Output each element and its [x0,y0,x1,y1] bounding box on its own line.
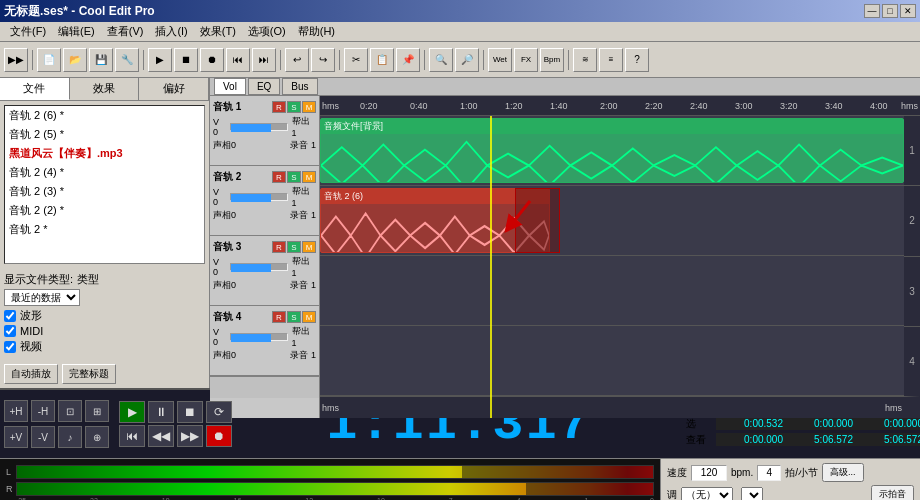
track-3-vol-slider[interactable] [230,263,288,271]
zoom-in-v[interactable]: +V [4,426,28,448]
track-3-r[interactable]: R [272,241,286,253]
svg-line-0 [510,201,530,226]
toolbar-save[interactable]: 💾 [89,48,113,72]
tab-prefs[interactable]: 偏好 [139,78,209,100]
tl-220: 2:20 [645,101,663,111]
menu-help[interactable]: 帮助(H) [292,22,341,41]
track-4-s[interactable]: S [287,311,301,323]
toolbar-copy[interactable]: 📋 [370,48,394,72]
key-mode-select[interactable] [741,487,763,501]
track-3-m[interactable]: M [302,241,316,253]
menu-edit[interactable]: 编辑(E) [52,22,101,41]
adv-button[interactable]: 高级... [822,463,864,482]
menu-options[interactable]: 选项(O) [242,22,292,41]
checkbox-midi[interactable] [4,325,16,337]
toolbar-extra-1[interactable]: ≋ [573,48,597,72]
zoom-out-h[interactable]: -H [31,400,55,422]
lane-3[interactable] [320,256,920,326]
toolbar-help[interactable]: ? [625,48,649,72]
track-4-m[interactable]: M [302,311,316,323]
menu-file[interactable]: 文件(F) [4,22,52,41]
toolbar-zoom-in[interactable]: 🔍 [429,48,453,72]
stop-button[interactable]: ⏹ [177,401,203,423]
lane-4[interactable] [320,326,920,396]
record-button[interactable]: ⏺ [206,425,232,447]
key-select[interactable]: （无） [681,487,733,501]
file-item[interactable]: 音轨 2 (3) * [5,182,204,201]
toolbar-extra-2[interactable]: ≡ [599,48,623,72]
toolbar-btn-1[interactable]: ▶▶ [4,48,28,72]
checkbox-video[interactable] [4,341,16,353]
toolbar-wet[interactable]: Wet [488,48,512,72]
track-1-r[interactable]: R [272,101,286,113]
track-ctrl-2: 音轨 2 R S M V 0 帮出 1 声相0 [210,166,319,236]
to-start-button[interactable]: ⏮ [119,425,145,447]
track-lanes[interactable]: hms 0:20 0:40 1:00 1:20 1:40 2:00 2:20 2… [320,96,920,418]
tab-bus[interactable]: Bus [282,78,317,95]
auto-play-button[interactable]: 自动插放 [4,364,58,384]
toolbar-bpm[interactable]: Bpm [540,48,564,72]
track-2-m[interactable]: M [302,171,316,183]
zoom-out-v[interactable]: -V [31,426,55,448]
tab-files[interactable]: 文件 [0,78,70,100]
lane-1[interactable]: 音频文件[背景] [320,116,920,186]
toolbar-btn-2[interactable]: 🔧 [115,48,139,72]
next-button[interactable]: ▶▶ [177,425,203,447]
file-item[interactable]: 音轨 2 * [5,220,204,239]
maximize-button[interactable]: □ [882,4,898,18]
prev-button[interactable]: ◀◀ [148,425,174,447]
toolbar-play[interactable]: ▶ [148,48,172,72]
full-title-button[interactable]: 完整标题 [62,364,116,384]
toolbar-zoom-out[interactable]: 🔎 [455,48,479,72]
track-1-m[interactable]: M [302,101,316,113]
checkbox-wave[interactable] [4,310,16,322]
close-button[interactable]: ✕ [900,4,916,18]
track-1-send: 帮出 1 [292,115,316,138]
track-4-r[interactable]: R [272,311,286,323]
toolbar-fx[interactable]: FX [514,48,538,72]
file-item[interactable]: 音轨 2 (2) * [5,201,204,220]
zoom-beat[interactable]: ♪ [58,426,82,448]
zoom-zoom[interactable]: ⊕ [85,426,109,448]
zoom-in-h[interactable]: +H [4,400,28,422]
toolbar-rewind[interactable]: ⏮ [226,48,250,72]
toolbar-undo[interactable]: ↩ [285,48,309,72]
file-item[interactable]: 音轨 2 (4) * [5,163,204,182]
menu-effects[interactable]: 效果(T) [194,22,242,41]
lane-1-block[interactable]: 音频文件[背景] [320,118,904,183]
toolbar-record[interactable]: ⏺ [200,48,224,72]
toolbar-redo[interactable]: ↪ [311,48,335,72]
display-beat-button[interactable]: 示拍音 [871,485,914,500]
menu-insert[interactable]: 插入(I) [149,22,193,41]
zoom-fit[interactable]: ⊞ [85,400,109,422]
tab-eq[interactable]: EQ [248,78,280,95]
tab-vol[interactable]: Vol [214,78,246,95]
toolbar-ff[interactable]: ⏭ [252,48,276,72]
beat-input[interactable] [757,465,781,481]
toolbar-cut[interactable]: ✂ [344,48,368,72]
track-3-s[interactable]: S [287,241,301,253]
toolbar-open[interactable]: 📂 [63,48,87,72]
minimize-button[interactable]: — [864,4,880,18]
zoom-sel[interactable]: ⊡ [58,400,82,422]
toolbar-stop[interactable]: ⏹ [174,48,198,72]
tab-effects[interactable]: 效果 [70,78,140,100]
track-1-s[interactable]: S [287,101,301,113]
file-item[interactable]: 音轨 2 (6) * [5,106,204,125]
file-item-special[interactable]: 黑道风云【伴奏】.mp3 [5,144,204,163]
file-type-select[interactable]: 最近的数据 [4,289,80,306]
track-1-vol-slider[interactable] [230,123,288,131]
play-button[interactable]: ▶ [119,401,145,423]
toolbar-new[interactable]: 📄 [37,48,61,72]
toolbar-paste[interactable]: 📌 [396,48,420,72]
track-2-vol-slider[interactable] [230,193,288,201]
track-2-s[interactable]: S [287,171,301,183]
menu-view[interactable]: 查看(V) [101,22,150,41]
file-item[interactable]: 音轨 2 (5) * [5,125,204,144]
loop-button[interactable]: ⟳ [206,401,232,423]
lane-2[interactable]: 音轨 2 (6) [320,186,920,256]
pause-button[interactable]: ⏸ [148,401,174,423]
track-2-r[interactable]: R [272,171,286,183]
speed-input[interactable] [691,465,727,481]
track-4-vol-slider[interactable] [230,333,288,341]
